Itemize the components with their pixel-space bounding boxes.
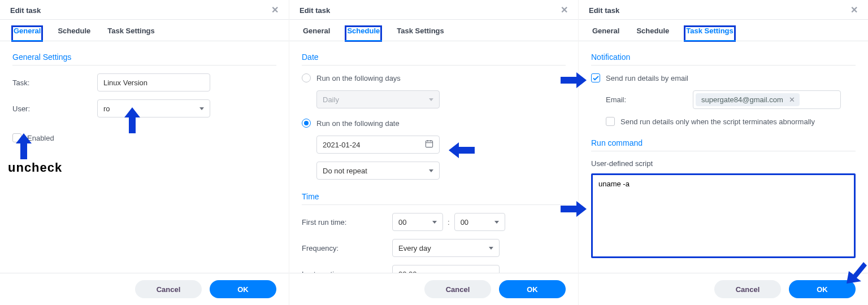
abnormal-only-label: Send run details only when the script te… [620, 117, 815, 126]
section-notification: Notification [591, 53, 856, 66]
radio-run-days[interactable] [302, 73, 311, 82]
chevron-down-icon [429, 169, 433, 172]
send-details-label: Send run details by email [606, 74, 688, 82]
chevron-down-icon [432, 221, 437, 224]
radio-run-date-label: Run on the following date [316, 119, 400, 128]
chevron-down-icon [429, 98, 433, 101]
tab-general[interactable]: General [12, 27, 42, 41]
svg-rect-0 [426, 141, 432, 147]
cancel-button[interactable]: Cancel [714, 280, 781, 298]
annotation-arrow-up-icon [16, 133, 32, 159]
tab-task-settings[interactable]: Task Settings [685, 27, 735, 41]
calendar-icon [425, 140, 433, 150]
email-chip: supergate84@gmail.com ✕ [696, 93, 800, 106]
email-label: Email: [606, 95, 674, 104]
cancel-button[interactable]: Cancel [424, 280, 491, 298]
first-run-hour-select[interactable]: 00 [392, 213, 443, 231]
panel-schedule: Edit task ✕ General Schedule Task Settin… [289, 0, 579, 305]
section-time: Time [302, 192, 566, 205]
time-colon: : [448, 218, 450, 226]
radio-run-days-label: Run on the following days [316, 74, 401, 82]
annotation-arrow-up-icon [124, 107, 140, 133]
task-label: Task: [12, 79, 97, 87]
chevron-down-icon [489, 247, 493, 250]
section-general-settings: General Settings [12, 53, 276, 66]
ok-button[interactable]: OK [499, 280, 566, 298]
annotation-arrow-down-left-icon [847, 261, 867, 284]
annotation-arrow-right-icon [561, 201, 587, 217]
annotation-arrow-left-icon [449, 142, 475, 158]
ok-button[interactable]: OK [210, 280, 276, 298]
tab-general[interactable]: General [302, 27, 331, 41]
section-run-command: Run command [591, 138, 856, 151]
dialog-title: Edit task [10, 6, 41, 15]
panel-task-settings: Edit task ✕ General Schedule Task Settin… [579, 0, 868, 305]
days-select: Daily [316, 90, 440, 108]
task-name-input[interactable]: Linux Version [97, 73, 210, 91]
abnormal-only-checkbox[interactable] [606, 117, 615, 126]
tab-schedule[interactable]: Schedule [346, 27, 381, 41]
tab-schedule[interactable]: Schedule [635, 27, 670, 41]
tab-task-settings[interactable]: Task Settings [106, 27, 156, 41]
first-run-label: First run time: [302, 218, 375, 226]
repeat-select[interactable]: Do not repeat [316, 162, 440, 180]
chevron-down-icon [199, 107, 204, 110]
close-icon[interactable]: ✕ [850, 6, 858, 15]
ok-button[interactable]: OK [789, 280, 856, 298]
send-details-checkbox[interactable] [591, 73, 600, 82]
tab-task-settings[interactable]: Task Settings [396, 27, 445, 41]
section-date: Date [302, 53, 566, 66]
frequency-label: Frequency: [302, 244, 375, 252]
annotation-arrow-right-icon [561, 72, 587, 88]
tab-schedule[interactable]: Schedule [57, 27, 92, 41]
script-textarea[interactable]: uname -a [591, 173, 856, 258]
date-input[interactable]: 2021-01-24 [316, 136, 440, 154]
chevron-down-icon [494, 221, 499, 224]
dialog-title: Edit task [589, 6, 619, 15]
first-run-min-select[interactable]: 00 [454, 213, 505, 231]
panel-general: Edit task ✕ General Schedule Task Settin… [0, 0, 289, 305]
close-icon[interactable]: ✕ [561, 6, 568, 15]
cancel-button[interactable]: Cancel [135, 280, 202, 298]
user-select[interactable]: ro [97, 99, 210, 117]
user-label: User: [12, 104, 97, 113]
chip-remove-icon[interactable]: ✕ [789, 95, 795, 104]
email-input[interactable]: supergate84@gmail.com ✕ [693, 90, 841, 109]
tab-general[interactable]: General [591, 27, 620, 41]
annotation-text-uncheck: uncheck [8, 160, 62, 175]
script-label: User-defined script [591, 159, 856, 168]
frequency-select[interactable]: Every day [392, 239, 500, 257]
radio-run-date[interactable] [302, 119, 311, 128]
close-icon[interactable]: ✕ [271, 6, 279, 15]
dialog-title: Edit task [300, 6, 330, 15]
